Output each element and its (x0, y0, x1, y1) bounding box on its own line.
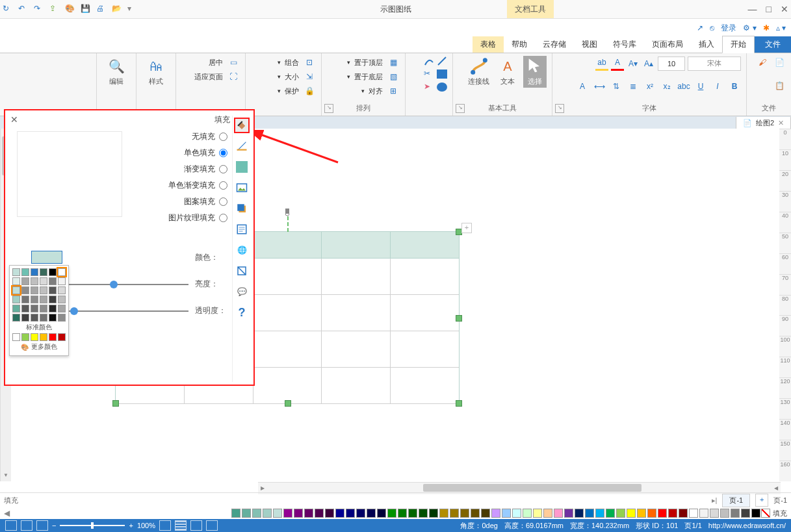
align-dist-icon[interactable]: ⊞ (387, 84, 400, 97)
panel-close-icon[interactable]: ✕ (10, 114, 18, 125)
color-swatch-item[interactable] (21, 268, 29, 276)
color-strip-swatch[interactable] (616, 509, 625, 518)
fill-gradient-option[interactable]: 渐变填充 (184, 164, 227, 175)
fill-solidgrad-option[interactable]: 单色渐变填充 (168, 180, 227, 191)
color-strip-swatch[interactable] (689, 509, 698, 518)
page-tab[interactable]: 页-1 (722, 494, 750, 507)
subscript-icon[interactable]: x₂ (660, 80, 673, 93)
color-strip-swatch[interactable] (720, 509, 729, 518)
color-strip-swatch[interactable] (658, 509, 667, 518)
color-strip-swatch[interactable] (242, 509, 251, 518)
font-size-select[interactable]: 10 (658, 57, 685, 71)
add-column-icon[interactable]: + (461, 223, 472, 233)
shadow-icon[interactable] (235, 201, 249, 216)
color-strip-swatch[interactable] (460, 509, 469, 518)
curve-shape-icon[interactable] (424, 56, 434, 66)
zoom-slider[interactable] (60, 525, 125, 526)
tab-view[interactable]: 视图 (574, 36, 605, 53)
color-strip-swatch[interactable] (263, 509, 272, 518)
redo-icon[interactable]: ↷ (34, 4, 44, 14)
hyperlink-icon[interactable]: 🌐 (235, 243, 249, 257)
rotate-handle[interactable] (283, 209, 291, 216)
color-strip-swatch[interactable] (481, 509, 490, 518)
color-strip-swatch[interactable] (231, 509, 240, 518)
font-color-icon[interactable]: A (611, 56, 624, 71)
bold-icon[interactable]: B (728, 80, 741, 93)
view-outline-icon[interactable] (21, 520, 32, 531)
connect-tool-button[interactable]: 连接线 (465, 56, 492, 88)
tools-dialog-launcher[interactable]: ↘ (456, 104, 465, 113)
tab-cloud[interactable]: 云存储 (535, 36, 574, 53)
increase-font-icon[interactable]: A▴ (642, 57, 655, 70)
crop-shape-icon[interactable]: ✂ (424, 69, 434, 79)
refresh-icon[interactable]: ↻ (3, 4, 13, 14)
text-tool-button[interactable]: A 文本 (496, 56, 519, 88)
color-strip-swatch[interactable] (585, 509, 594, 518)
tab-file[interactable]: 文件 (755, 36, 791, 53)
color-swatch-item[interactable] (40, 268, 47, 276)
fill-pattern-option[interactable]: 图案填充 (184, 196, 227, 207)
color-strip-swatch[interactable] (554, 509, 563, 518)
view-normal-icon[interactable] (5, 520, 17, 531)
color-strip-swatch[interactable] (439, 509, 448, 518)
find-button[interactable]: 🔍 编辑 (102, 56, 131, 88)
grid-toggle-icon[interactable] (175, 520, 187, 531)
color-swatch-item[interactable] (12, 268, 20, 276)
new-file-icon[interactable]: 📄 (773, 56, 786, 69)
view-read-icon[interactable] (36, 520, 48, 531)
color-swatch-item[interactable] (49, 268, 57, 276)
bullet-list-icon[interactable]: ≣ (627, 80, 640, 93)
line-shape-icon[interactable] (437, 56, 447, 66)
theme-color-icon[interactable] (235, 160, 249, 174)
tab-layout[interactable]: 页面布局 (644, 36, 691, 53)
transparency-slider[interactable] (68, 310, 188, 312)
font-family-select[interactable]: 宋体 (688, 57, 741, 71)
ellipse-shape-icon[interactable] (437, 82, 447, 92)
settings-icon[interactable]: ⚙ ▾ (743, 23, 756, 32)
color-strip-swatch[interactable] (325, 509, 334, 518)
color-strip-swatch[interactable] (335, 509, 344, 518)
collapse-quickbar-icon[interactable]: ▵ ▾ (776, 23, 786, 32)
fill-none-option[interactable]: 无填充 (192, 131, 227, 142)
color-strip-swatch[interactable] (751, 509, 760, 518)
color-strip-swatch[interactable] (699, 509, 708, 518)
layers-icon[interactable] (235, 264, 249, 278)
color-strip-swatch[interactable] (294, 509, 303, 518)
zoom-in-icon[interactable]: + (129, 522, 133, 529)
palette-icon[interactable]: 🎨 (65, 4, 75, 14)
snap-icon[interactable] (190, 520, 202, 531)
resize-handle[interactable] (112, 400, 119, 407)
fill-solid-option[interactable]: 单色填充 (184, 147, 227, 158)
group-icon[interactable]: ⊡ (303, 56, 316, 69)
line-style-icon[interactable] (235, 139, 249, 153)
color-strip-swatch[interactable] (377, 509, 386, 518)
current-color-swatch[interactable] (31, 251, 62, 264)
color-strip-swatch[interactable] (304, 509, 313, 518)
print-icon[interactable]: 🖨 (96, 4, 107, 14)
color-strip-swatch[interactable] (668, 509, 677, 518)
tab-help[interactable]: 帮助 (504, 36, 535, 53)
color-strip-swatch[interactable] (533, 509, 542, 518)
color-strip-swatch[interactable] (637, 509, 646, 518)
color-strip-swatch[interactable] (252, 509, 261, 518)
color-strip-swatch[interactable] (471, 509, 480, 518)
size-icon[interactable]: ⇲ (303, 70, 316, 83)
maximize-button[interactable]: □ (766, 4, 772, 14)
new-icon[interactable]: ▾ (127, 4, 138, 14)
color-strip-swatch[interactable] (564, 509, 573, 518)
hscroll-thumb[interactable] (423, 484, 642, 492)
color-strip-swatch[interactable] (741, 509, 750, 518)
char-spacing-icon[interactable]: ⟷ (593, 80, 606, 93)
color-strip-swatch[interactable] (408, 509, 417, 518)
color-strip-swatch[interactable] (387, 509, 396, 518)
color-swatch-item[interactable] (58, 268, 66, 276)
color-strip-swatch[interactable] (575, 509, 584, 518)
color-strip-swatch[interactable] (710, 509, 719, 518)
color-strip-swatch[interactable] (419, 509, 428, 518)
export-link-icon[interactable]: ↗ (697, 23, 703, 32)
tab-symbol[interactable]: 符号库 (605, 36, 644, 53)
tab-table[interactable]: 表格 (473, 36, 504, 53)
brightness-slider[interactable] (68, 284, 188, 285)
add-page-button[interactable]: + (755, 494, 768, 507)
close-tab-icon[interactable]: ✕ (778, 119, 784, 127)
